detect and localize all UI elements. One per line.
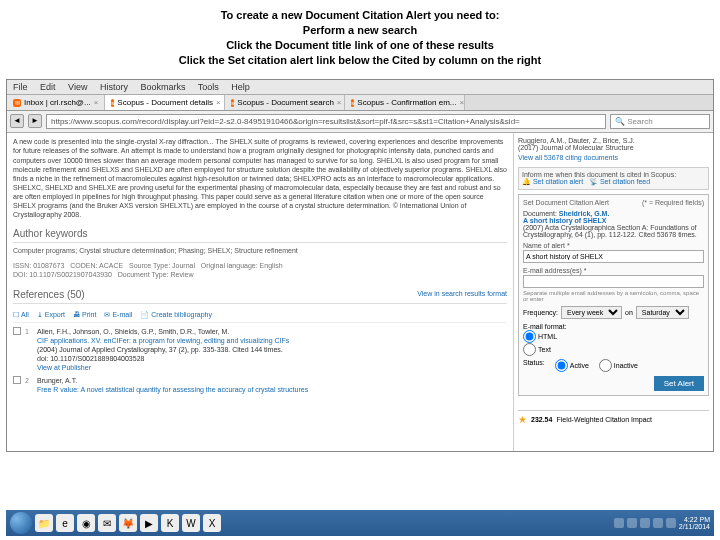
keywords: Computer programs; Crystal structure det… [13, 246, 507, 255]
media-icon[interactable]: ▶ [140, 514, 158, 532]
start-button[interactable] [10, 512, 32, 534]
citing-doc: Ruggiero, A.M., Dauter, Z., Brice, S.J. … [518, 137, 709, 151]
tray-icon[interactable] [614, 518, 624, 528]
search-field[interactable]: 🔍 Search [610, 114, 710, 129]
scopus-icon: s [111, 99, 114, 107]
set-alert-button[interactable]: Set Alert [654, 376, 704, 391]
view-all-citing-link[interactable]: View all 53678 citing documents [518, 154, 709, 161]
system-tray: 4:22 PM 2/11/2014 [614, 516, 710, 530]
forward-button[interactable]: ► [28, 114, 42, 128]
ie-icon[interactable]: e [56, 514, 74, 532]
ref-checkbox[interactable] [13, 327, 21, 335]
chrome-icon[interactable]: ◉ [77, 514, 95, 532]
close-icon[interactable]: × [337, 98, 342, 107]
sidebar: Ruggiero, A.M., Dauter, Z., Brice, S.J. … [513, 133, 713, 451]
ref-title[interactable]: Free R value: A novel statistical quanti… [37, 385, 507, 394]
alert-document: Document: Sheldrick, G.M. A short histor… [523, 210, 704, 238]
back-button[interactable]: ◄ [10, 114, 24, 128]
fwci-row: ★ 232.54 Field-Weighted Citation Impact [518, 410, 709, 425]
ref-authors: Allen, F.H., Johnson, O., Shields, G.P.,… [37, 327, 507, 336]
citation-alert-panel: Set Document Citation Alert (* = Require… [518, 194, 709, 396]
menu-history[interactable]: History [100, 82, 128, 92]
main-column: A new code is presented into the single-… [7, 133, 513, 451]
view-publisher-link[interactable]: View at Publisher [37, 363, 507, 372]
star-icon: ★ [518, 414, 527, 425]
reference-item: 1 Allen, F.H., Johnson, O., Shields, G.P… [13, 327, 507, 372]
ref-number: 1 [25, 327, 33, 372]
set-citation-feed-link[interactable]: 📡 Set citation feed [589, 178, 650, 185]
author-keywords-heading: Author keywords [13, 227, 507, 243]
bibliography-link[interactable]: 📄 Create bibliography [140, 310, 212, 319]
clock[interactable]: 4:22 PM 2/11/2014 [679, 516, 710, 530]
outlook-icon[interactable]: ✉ [98, 514, 116, 532]
day-select[interactable]: Saturday [636, 306, 689, 319]
set-citation-alert-link[interactable]: 🔔 Set citation alert [522, 178, 583, 185]
ref-checkbox[interactable] [13, 376, 21, 384]
tab-confirmation[interactable]: sScopus - Confirmation em...× [345, 95, 465, 110]
frequency-select[interactable]: Every week [561, 306, 622, 319]
menu-edit[interactable]: Edit [40, 82, 56, 92]
email-label: E-mail address(es) * [523, 267, 704, 274]
instructions: To create a new Document Citation Alert … [0, 0, 720, 79]
tray-icon[interactable] [666, 518, 676, 528]
page-content: A new code is presented into the single-… [7, 133, 713, 451]
select-all[interactable]: ☐ All [13, 310, 29, 319]
email-input[interactable] [523, 275, 704, 288]
alert-name-label: Name of alert * [523, 242, 704, 249]
browser-window: File Edit View History Bookmarks Tools H… [6, 79, 714, 452]
menu-help[interactable]: Help [231, 82, 250, 92]
address-bar: ◄ ► https://www.scopus.com/record/displa… [7, 111, 713, 133]
ref-toolbar: ☐ All ⤓ Export 🖶 Print ✉ E-mail 📄 Create… [13, 307, 507, 323]
references-heading: References (50) View in search results f… [13, 288, 507, 304]
menu-bookmarks[interactable]: Bookmarks [140, 82, 185, 92]
print-link[interactable]: 🖶 Print [73, 310, 96, 319]
ref-authors: Brunger, A.T. [37, 376, 507, 385]
status-inactive-radio[interactable] [599, 359, 612, 372]
close-icon[interactable]: × [460, 98, 465, 107]
scopus-icon: s [231, 99, 234, 107]
explorer-icon[interactable]: 📁 [35, 514, 53, 532]
inform-box: Inform me when this document is cited in… [518, 167, 709, 190]
export-link[interactable]: ⤓ Export [37, 310, 65, 319]
tray-icon[interactable] [627, 518, 637, 528]
format-html-radio[interactable] [523, 330, 536, 343]
menu-view[interactable]: View [68, 82, 87, 92]
excel-icon[interactable]: X [203, 514, 221, 532]
ref-title[interactable]: CIF applications. XV. enCIFer: a program… [37, 336, 507, 345]
ref-doi: doi: 10.1107/S0021889804003528 [37, 354, 507, 363]
abstract-text: A new code is presented into the single-… [13, 137, 507, 219]
reference-item: 2 Brunger, A.T. Free R value: A novel st… [13, 376, 507, 394]
frequency-row: Frequency: Every week on Saturday [523, 306, 704, 319]
menu-file[interactable]: File [13, 82, 28, 92]
fwci-label: Field-Weighted Citation Impact [556, 416, 652, 423]
tab-strip: ✉Inbox | crl.rsch@...× sScopus - Documen… [7, 95, 713, 111]
tab-doc-details[interactable]: sScopus - Document details× [105, 95, 225, 110]
close-icon[interactable]: × [216, 98, 221, 107]
status-row: Status: Active Inactive [523, 359, 704, 372]
scopus-icon: s [351, 99, 354, 107]
menu-bar: File Edit View History Bookmarks Tools H… [7, 80, 713, 95]
mail-icon: ✉ [13, 99, 21, 107]
close-icon[interactable]: × [94, 98, 99, 107]
taskbar: 📁 e ◉ ✉ 🦊 ▶ K W X 4:22 PM 2/11/2014 [6, 510, 714, 536]
doc-meta: ISSN: 01087673 CODEN: ACACE Source Type:… [13, 261, 507, 279]
tab-doc-search[interactable]: sScopus - Document search× [225, 95, 345, 110]
tab-inbox[interactable]: ✉Inbox | crl.rsch@...× [7, 95, 105, 110]
fwci-value: 232.54 [531, 416, 552, 423]
status-active-radio[interactable] [555, 359, 568, 372]
tray-icon[interactable] [640, 518, 650, 528]
alert-name-input[interactable] [523, 250, 704, 263]
tray-icon[interactable] [653, 518, 663, 528]
app-icon[interactable]: K [161, 514, 179, 532]
view-results-link[interactable]: View in search results format [417, 289, 507, 298]
ref-source: (2004) Journal of Applied Crystallograph… [37, 345, 507, 354]
word-icon[interactable]: W [182, 514, 200, 532]
menu-tools[interactable]: Tools [198, 82, 219, 92]
format-text-radio[interactable] [523, 343, 536, 356]
firefox-icon[interactable]: 🦊 [119, 514, 137, 532]
email-link[interactable]: ✉ E-mail [104, 310, 132, 319]
url-field[interactable]: https://www.scopus.com/record/display.ur… [46, 114, 606, 129]
ref-number: 2 [25, 376, 33, 394]
panel-title: Set Document Citation Alert [523, 199, 609, 206]
required-note: (* = Required fields) [642, 199, 704, 206]
